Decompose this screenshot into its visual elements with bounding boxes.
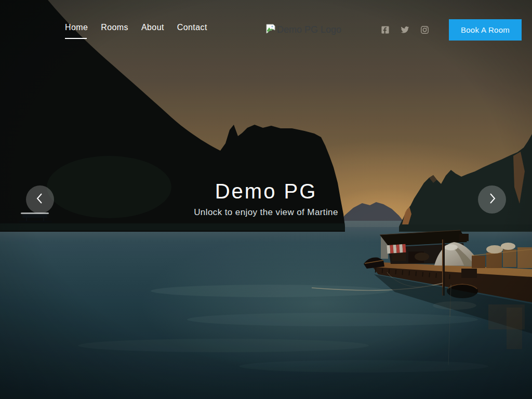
chevron-right-icon [486,192,498,207]
logo-alt-text: Demo PG Logo [277,24,341,35]
nav-item-home[interactable]: Home [65,23,88,32]
broken-image-icon [265,24,276,37]
landing-page: Home Rooms About Contact Demo PG Logo [0,0,532,399]
nav-item-rooms[interactable]: Rooms [101,23,128,32]
site-logo[interactable]: Demo PG Logo [265,24,341,37]
chevron-left-icon [34,192,46,207]
nav-item-about[interactable]: About [141,23,164,32]
instagram-icon[interactable] [420,25,429,34]
carousel-prev-button[interactable] [26,185,54,214]
hero-section: Demo PG Unlock to enjoy the view of Mart… [0,180,532,218]
facebook-icon[interactable] [381,25,390,34]
main-nav: Home Rooms About Contact [65,23,207,32]
nav-item-contact[interactable]: Contact [177,23,207,32]
hero-title: Demo PG [0,180,532,203]
carousel-next-button[interactable] [478,185,506,214]
twitter-icon[interactable] [401,25,409,34]
hero-subtitle: Unlock to enjoy the view of Martine [0,207,532,218]
social-links [381,25,429,34]
book-a-room-button[interactable]: Book A Room [449,19,522,41]
